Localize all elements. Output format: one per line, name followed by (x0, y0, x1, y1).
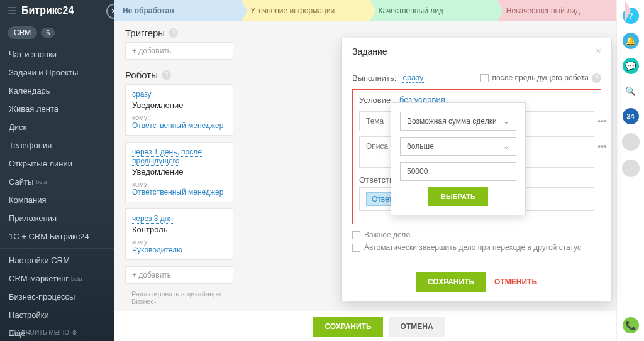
sidebar-item-company[interactable]: Компания (0, 191, 114, 209)
autoclose-label: Автоматически завершить дело при переход… (364, 243, 581, 252)
after-prev-checkbox[interactable] (480, 74, 489, 82)
field-menu-icon[interactable]: ••• (597, 141, 607, 151)
select-button[interactable]: ВЫБРАТЬ (428, 187, 488, 206)
condition-field-select[interactable]: Возможная сумма сделки⌄ (400, 112, 516, 131)
condition-section: Условие: без условия ••• ••• Ответстве (352, 89, 601, 224)
crm-badge[interactable]: CRM (8, 26, 37, 39)
robot-card[interactable]: сразу Уведомление кому: Ответственный ме… (125, 84, 233, 136)
stage-quality[interactable]: Качественный лид (370, 0, 497, 21)
important-checkbox[interactable] (352, 231, 360, 239)
b24-icon[interactable]: 24 (623, 108, 639, 124)
right-rail: ? 🔔 💬 🔍 24 📞 (616, 0, 644, 341)
help-icon[interactable]: ? (592, 73, 601, 83)
condition-value-input[interactable] (400, 162, 516, 181)
phone-icon[interactable]: 📞 (623, 317, 639, 333)
sidebar-item-bp[interactable]: Бизнес-процессы (0, 288, 114, 306)
page-save-button[interactable]: СОХРАНИТЬ (313, 317, 382, 337)
stage-not-processed[interactable]: Не обработан (114, 0, 242, 21)
task-modal: Задание × Выполнить: сразу после предыду… (341, 38, 612, 301)
robot-card[interactable]: через 3 дня Контроль кому: Руководителю (125, 208, 233, 260)
sidebar-item-feed[interactable]: Живая лента (0, 100, 114, 118)
page-cancel-button[interactable]: ОТМЕНА (389, 317, 445, 337)
execute-timing-link[interactable]: сразу (402, 73, 423, 83)
sidebar: ☰ Битрикс24 ✕ CRM 6 Чат и звонки Задачи … (0, 0, 114, 341)
execute-label: Выполнить: (352, 73, 396, 83)
important-label: Важное дело (364, 230, 410, 239)
chat-icon[interactable]: 💬 (623, 58, 639, 74)
robot-card[interactable]: через 1 день, после предыдущего Уведомле… (125, 142, 233, 202)
sidebar-item-lines[interactable]: Открытые линии (0, 154, 114, 173)
add-robot[interactable]: + добавить (125, 266, 233, 284)
sidebar-item-sites[interactable]: Сайтыbeta (0, 173, 114, 191)
sidebar-item-telephony[interactable]: Телефония (0, 136, 114, 154)
search-icon[interactable]: 🔍 (623, 83, 639, 99)
triggers-label: Триггеры (125, 28, 165, 38)
sidebar-item-settings[interactable]: Настройки (0, 306, 114, 324)
condition-label: Условие: (359, 95, 393, 105)
sidebar-item-disk[interactable]: Диск (0, 118, 114, 136)
modal-title: Задание (352, 46, 387, 57)
modal-save-button[interactable]: СОХРАНИТЬ (416, 272, 486, 292)
robots-label: Роботы (125, 70, 158, 80)
chevron-down-icon: ⌄ (503, 117, 509, 126)
stage-low-quality[interactable]: Некачественный лид (497, 0, 625, 21)
designer-link[interactable]: Редактировать в дизайнере Бизнес- (125, 288, 233, 308)
avatar[interactable] (622, 133, 640, 151)
logo: Битрикс24 (21, 5, 74, 16)
sidebar-item-calendar[interactable]: Календарь (0, 82, 114, 100)
sidebar-item-apps[interactable]: Приложения (0, 209, 114, 227)
autoclose-checkbox[interactable] (352, 244, 360, 252)
avatar[interactable] (622, 160, 640, 177)
help-icon[interactable]: ? (169, 28, 178, 38)
close-icon[interactable]: × (596, 46, 601, 57)
sidebar-item-chat[interactable]: Чат и звонки (0, 45, 114, 63)
stage-clarify[interactable]: Уточнение информации (242, 0, 369, 21)
chevron-down-icon: ⌄ (503, 142, 509, 151)
main-area: Не обработан Уточнение информации Качест… (114, 0, 644, 341)
crm-count: 6 (41, 28, 55, 38)
help-icon[interactable]: ? (162, 70, 171, 80)
hamburger-icon[interactable]: ☰ (8, 5, 16, 17)
sidebar-item-crm-settings[interactable]: Настройки CRM (0, 251, 114, 269)
sidebar-item-1c[interactable]: 1С + CRM Битрикс24 (0, 227, 114, 246)
sidebar-item-crm-marketing[interactable]: CRM-маркетингbeta (0, 269, 114, 288)
condition-dropdown: Возможная сумма сделки⌄ больше⌄ ВЫБРАТЬ (391, 102, 526, 215)
condition-operator-select[interactable]: больше⌄ (400, 137, 516, 156)
modal-cancel-button[interactable]: ОТМЕНИТЬ (494, 278, 537, 286)
sidebar-item-tasks[interactable]: Задачи и Проекты (0, 63, 114, 82)
notifications-icon[interactable]: 🔔 (623, 33, 639, 49)
configure-menu[interactable]: НАСТРОИТЬ МЕНЮ ⚙ (9, 329, 77, 336)
gear-icon: ⚙ (72, 329, 77, 336)
add-trigger[interactable]: + добавить (125, 42, 233, 60)
field-menu-icon[interactable]: ••• (597, 116, 607, 126)
